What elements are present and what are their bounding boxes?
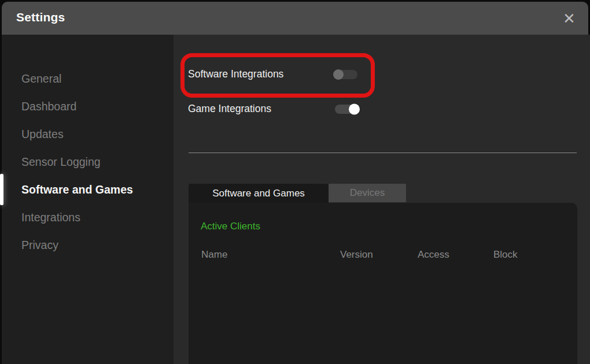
column-header-access: Access	[418, 249, 449, 261]
active-clients-title: Active Clients	[201, 221, 260, 232]
sidebar-item-integrations[interactable]: Integrations	[2, 203, 174, 231]
divider	[189, 153, 577, 153]
active-item-indicator	[0, 174, 3, 205]
close-icon[interactable]: ✕	[558, 8, 580, 29]
software-integrations-label: Software Integrations	[188, 68, 283, 80]
tab-devices[interactable]: Devices	[329, 184, 406, 202]
tab-software-and-games[interactable]: Software and Games	[189, 184, 329, 203]
window-title: Settings	[16, 10, 65, 24]
toggle-knob	[349, 104, 360, 115]
sidebar-item-software-and-games[interactable]: Software and Games	[2, 176, 174, 203]
software-integrations-toggle[interactable]	[334, 70, 357, 79]
sidebar-nav: General Dashboard Updates Sensor Logging…	[2, 35, 174, 259]
sidebar-item-dashboard[interactable]: Dashboard	[2, 92, 174, 120]
game-integrations-toggle[interactable]	[335, 105, 358, 114]
sidebar-item-sensor-logging[interactable]: Sensor Logging	[2, 148, 174, 176]
content-area: Software Integrations Game Integrations …	[174, 35, 590, 364]
titlebar: Settings ✕	[2, 2, 588, 35]
sidebar-item-privacy[interactable]: Privacy	[2, 231, 174, 259]
column-header-version: Version	[340, 249, 373, 261]
clients-panel: Active Clients Name Version Access Block	[189, 203, 577, 364]
game-integrations-label: Game Integrations	[188, 103, 271, 115]
sidebar: General Dashboard Updates Sensor Logging…	[2, 35, 174, 364]
sidebar-item-updates[interactable]: Updates	[2, 120, 174, 148]
column-header-name: Name	[201, 249, 227, 261]
column-header-block: Block	[493, 249, 518, 261]
toggle-knob	[333, 69, 344, 80]
sidebar-item-general[interactable]: General	[2, 65, 174, 92]
